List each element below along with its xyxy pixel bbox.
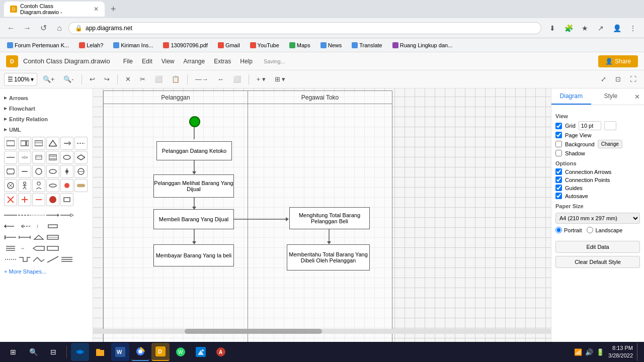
- task-view-button[interactable]: ⊟: [44, 343, 62, 361]
- shape-small-rect[interactable]: [60, 193, 73, 206]
- taskbar-antivirus[interactable]: A: [212, 343, 230, 361]
- extensions-icon[interactable]: 🧩: [561, 21, 576, 35]
- zoom-in-button[interactable]: 🔍+: [39, 73, 58, 86]
- share-button[interactable]: 👤 Share: [598, 55, 638, 67]
- shape-stack-3[interactable]: [32, 243, 45, 253]
- menu-arrange[interactable]: Arrange: [180, 56, 209, 67]
- menu-extras[interactable]: Extras: [210, 56, 235, 67]
- taskbar-network-icon[interactable]: 📶: [574, 348, 582, 356]
- shape-uml-4[interactable]: [46, 137, 59, 150]
- bookmark-news[interactable]: News: [317, 41, 345, 49]
- bookmark-youtube[interactable]: YouTube: [247, 41, 282, 49]
- menu-edit[interactable]: Edit: [138, 56, 156, 67]
- fullscreen-button[interactable]: ⛶: [626, 73, 640, 86]
- shape-line-3[interactable]: [32, 210, 45, 220]
- tab-close-btn[interactable]: ✕: [94, 6, 99, 13]
- search-button[interactable]: 🔍: [24, 343, 42, 361]
- shape-circle-4[interactable]: [74, 165, 88, 178]
- background-checkbox[interactable]: [555, 141, 562, 147]
- taskbar-chrome[interactable]: [131, 343, 149, 361]
- shapes-section-uml[interactable]: ▸ UML: [4, 124, 89, 135]
- horizontal-scrollbar[interactable]: [93, 329, 551, 334]
- shape-arr-1[interactable]: [4, 221, 17, 231]
- shape-arr-6[interactable]: [18, 232, 31, 242]
- flow-e5[interactable]: Menghitung Total Barang Pelanggan Beli: [289, 207, 370, 229]
- active-tab[interactable]: D Contoh Class Diagram.drawio - ✕: [4, 2, 105, 17]
- change-background-button[interactable]: Change: [598, 140, 622, 148]
- waypoint-button[interactable]: ↔: [214, 73, 227, 86]
- shape-uml-10[interactable]: [46, 151, 59, 164]
- shape-arr-5[interactable]: [4, 232, 17, 242]
- edit-data-button[interactable]: Edit Data: [555, 241, 640, 253]
- shape-red-dot[interactable]: [60, 179, 73, 192]
- bookmark-maps[interactable]: Maps: [286, 41, 313, 49]
- share-icon[interactable]: ↗: [594, 21, 608, 35]
- menu-view[interactable]: View: [157, 56, 179, 67]
- shape-circle-2[interactable]: [46, 165, 59, 178]
- bookmark-icon[interactable]: ★: [578, 21, 592, 35]
- shape-filled-circle-red[interactable]: [46, 193, 59, 206]
- redo-button[interactable]: ↪: [101, 73, 113, 86]
- flow-e4[interactable]: Membayar Barang Yang Ia beli: [153, 244, 234, 266]
- taskbar-photos[interactable]: [192, 343, 210, 361]
- shape-uml-8[interactable]: «I»: [18, 151, 31, 164]
- shape-circle-3[interactable]: [60, 165, 73, 178]
- shape-person[interactable]: [18, 179, 31, 192]
- show-desktop-button[interactable]: [637, 343, 640, 361]
- address-bar[interactable]: 🔒 app.diagrams.net: [68, 22, 541, 34]
- portrait-radio[interactable]: [555, 227, 562, 233]
- download-icon[interactable]: ⬇: [545, 21, 559, 35]
- shape-stack-1[interactable]: [4, 243, 17, 253]
- refresh-button[interactable]: ↺: [36, 21, 50, 35]
- start-button[interactable]: ⊞: [4, 343, 22, 361]
- zoom-out-button[interactable]: 🔍-: [60, 73, 77, 86]
- connection-arrows-checkbox[interactable]: [555, 168, 562, 175]
- canvas-area[interactable]: Pelanggan Pegawai Toko: [93, 88, 551, 348]
- profile-icon[interactable]: 👤: [610, 21, 624, 35]
- connection-style-button[interactable]: —→: [192, 73, 212, 86]
- autosave-checkbox[interactable]: [555, 193, 562, 199]
- shape-misc-3[interactable]: [32, 254, 45, 264]
- cut-button[interactable]: ✂: [136, 73, 149, 86]
- reset-view-button[interactable]: ⊡: [612, 73, 624, 86]
- bookmark-pdf[interactable]: 130907096.pdf: [160, 41, 210, 49]
- guides-checkbox[interactable]: [555, 185, 562, 191]
- paste-button[interactable]: 📋: [168, 73, 183, 86]
- flow-e1[interactable]: Pelanggan Datang Ketoko: [156, 141, 232, 160]
- taskbar-battery-icon[interactable]: 🔋: [596, 348, 604, 356]
- grid-checkbox[interactable]: [555, 123, 562, 129]
- menu-help[interactable]: Help: [236, 56, 257, 67]
- shape-line-2[interactable]: [18, 210, 31, 220]
- shadow-checkbox[interactable]: [555, 150, 562, 156]
- zoom-control[interactable]: ☰ 100% ▾: [4, 73, 37, 86]
- taskbar-edge[interactable]: [71, 343, 89, 361]
- menu-dots-icon[interactable]: ⋮: [626, 21, 640, 35]
- container-button[interactable]: ⬜: [229, 73, 245, 86]
- shape-misc-2[interactable]: [18, 254, 31, 264]
- bookmark-ruang[interactable]: Ruang Lingkup dan...: [389, 41, 456, 49]
- more-shapes-button[interactable]: + More Shapes...: [4, 266, 46, 277]
- shape-arr-7[interactable]: [32, 232, 45, 242]
- h-scroll-thumb[interactable]: [185, 329, 322, 334]
- shape-uml-2[interactable]: [18, 137, 31, 150]
- shape-plus-red[interactable]: [18, 193, 31, 206]
- shape-arr-3[interactable]: ↕: [32, 221, 45, 231]
- shape-uml-5[interactable]: [60, 137, 73, 150]
- shape-uml-1[interactable]: [4, 137, 17, 150]
- shape-uml-7[interactable]: [4, 151, 17, 164]
- bookmark-kiriman[interactable]: Kiriman Ins...: [110, 41, 156, 49]
- grid-size-input[interactable]: [579, 121, 601, 130]
- shape-arr-2[interactable]: [18, 221, 31, 231]
- flow-e3[interactable]: Membeli Barang Yang Dijual: [153, 209, 234, 229]
- shape-uml-11[interactable]: [60, 151, 73, 164]
- back-button[interactable]: ←: [4, 21, 18, 35]
- delete-button[interactable]: ✕: [122, 73, 134, 86]
- shape-uml-6[interactable]: [74, 137, 88, 150]
- shape-line-1[interactable]: [4, 210, 17, 220]
- grid-color-box[interactable]: [604, 121, 616, 130]
- menu-file[interactable]: File: [119, 56, 137, 67]
- shape-stack-2[interactable]: ↔: [18, 243, 31, 253]
- flow-e2[interactable]: Pelanggan Melihat Barang Yang Dijual: [153, 174, 234, 198]
- shapes-section-flowchart[interactable]: ▸ Flowchart: [4, 103, 89, 114]
- shape-circle-1[interactable]: [32, 165, 45, 178]
